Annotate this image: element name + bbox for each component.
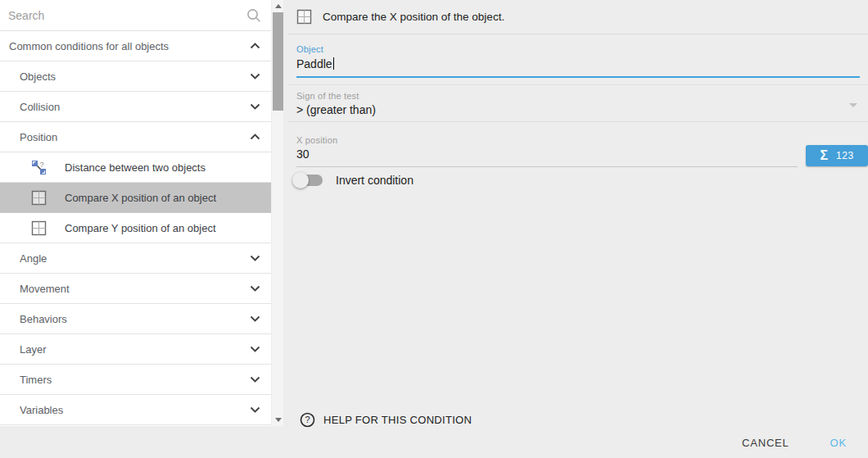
- x-position-field-label: X position: [296, 135, 337, 145]
- sigma-icon: Σ: [820, 148, 828, 163]
- numeric-icon: 123: [836, 150, 854, 161]
- question-mark-icon: ?: [300, 412, 315, 428]
- category-label: Position: [20, 131, 57, 143]
- sidebar-item-position[interactable]: Position: [0, 122, 271, 152]
- grid-icon: [31, 220, 47, 236]
- sidebar-item-angle[interactable]: Angle: [0, 243, 271, 274]
- sign-field-label: Sign of the test: [296, 91, 359, 101]
- expression-editor-button[interactable]: Σ 123: [806, 145, 868, 166]
- category-label: Behaviors: [20, 313, 67, 325]
- help-label: HELP FOR THIS CONDITION: [323, 414, 472, 426]
- chevron-up-icon: [250, 134, 260, 140]
- scrollbar-thumb[interactable]: [273, 12, 283, 111]
- scroll-up-button[interactable]: [272, 0, 284, 12]
- sign-select-value: > (greater than): [296, 103, 376, 116]
- help-link[interactable]: ? HELP FOR THIS CONDITION: [300, 412, 472, 428]
- chevron-up-icon: [250, 43, 260, 49]
- chevron-down-icon: [250, 103, 260, 110]
- grid-icon: [31, 190, 47, 206]
- triangle-down-icon: [275, 418, 282, 422]
- category-label: Objects: [20, 70, 56, 83]
- condition-label: Compare X position of an object: [65, 192, 216, 204]
- chevron-down-icon: [250, 406, 260, 413]
- sidebar-item-common-conditions[interactable]: Common conditions for all objects: [0, 31, 271, 61]
- category-label: Timers: [20, 374, 52, 386]
- invert-condition-toggle[interactable]: [295, 175, 323, 186]
- condition-editor-panel: Compare the X position of the object. Ob…: [288, 0, 868, 458]
- sign-select[interactable]: > (greater than): [296, 103, 843, 116]
- scroll-down-button[interactable]: [272, 414, 284, 426]
- category-label: Movement: [20, 283, 70, 295]
- chevron-down-icon: [250, 346, 260, 352]
- divider: [288, 84, 868, 85]
- grid-icon: [296, 9, 312, 25]
- condition-label: Distance between two objects: [65, 161, 206, 174]
- chevron-down-icon: [250, 73, 260, 79]
- search-bar: [0, 0, 271, 31]
- search-input[interactable]: [8, 9, 246, 22]
- sidebar-item-layer[interactable]: Layer: [0, 334, 271, 365]
- search-icon: [246, 8, 261, 23]
- category-label: Collision: [20, 101, 60, 113]
- category-label: Variables: [20, 404, 63, 416]
- sidebar-item-collision[interactable]: Collision: [0, 92, 271, 122]
- svg-text:?: ?: [40, 160, 44, 168]
- sidebar-item-compare-y-position[interactable]: Compare Y position of an object: [0, 213, 271, 243]
- object-field-label: Object: [296, 44, 323, 54]
- cancel-button[interactable]: CANCEL: [739, 433, 793, 452]
- chevron-down-icon: [250, 255, 260, 261]
- dropdown-arrow-icon: [849, 103, 857, 107]
- chevron-down-icon: [250, 315, 260, 322]
- text-caret: [333, 57, 334, 70]
- chevron-down-icon: [250, 285, 260, 292]
- conditions-list: Common conditions for all objects Object…: [0, 0, 271, 426]
- dialog-footer: CANCEL OK: [739, 429, 850, 456]
- toggle-knob: [292, 172, 309, 188]
- conditions-sidebar: Common conditions for all objects Object…: [0, 0, 283, 426]
- category-label: Layer: [20, 343, 47, 356]
- divider: [288, 121, 868, 122]
- condition-title: Compare the X position of the object.: [323, 11, 504, 23]
- invert-condition-label: Invert condition: [336, 174, 414, 187]
- triangle-up-icon: [275, 4, 282, 8]
- sidebar-item-distance-between-objects[interactable]: ? Distance between two objects: [0, 152, 271, 183]
- sidebar-item-movement[interactable]: Movement: [0, 274, 271, 304]
- object-field-value: Paddle: [296, 57, 332, 70]
- distance-icon: ?: [31, 160, 47, 175]
- svg-text:?: ?: [305, 415, 310, 424]
- object-field[interactable]: Paddle: [296, 57, 860, 78]
- invert-condition-row: Invert condition: [295, 172, 414, 188]
- sidebar-item-behaviors[interactable]: Behaviors: [0, 304, 271, 334]
- sidebar-item-compare-x-position[interactable]: Compare X position of an object: [0, 183, 271, 213]
- ok-button[interactable]: OK: [827, 433, 850, 452]
- x-position-field-value: 30: [296, 147, 310, 161]
- sidebar-item-variables[interactable]: Variables: [0, 395, 271, 425]
- chevron-down-icon: [250, 376, 260, 383]
- category-label: Angle: [20, 252, 47, 265]
- sidebar-item-objects[interactable]: Objects: [0, 61, 271, 92]
- sidebar-item-timers[interactable]: Timers: [0, 365, 271, 395]
- category-label: Common conditions for all objects: [9, 40, 169, 52]
- condition-header: Compare the X position of the object.: [288, 0, 868, 34]
- sidebar-scrollbar[interactable]: [271, 0, 283, 426]
- x-position-field[interactable]: 30: [296, 147, 798, 167]
- condition-label: Compare Y position of an object: [65, 222, 216, 234]
